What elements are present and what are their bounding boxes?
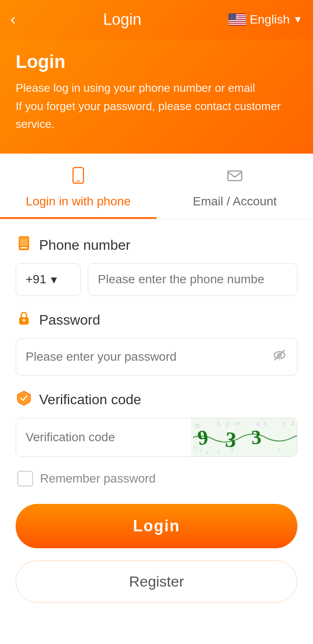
password-field-icon <box>16 310 32 330</box>
verification-field-icon <box>16 389 32 410</box>
remember-password-row: Remember password <box>16 471 297 486</box>
toggle-password-visibility[interactable] <box>272 347 287 366</box>
remember-password-checkbox[interactable] <box>17 471 33 486</box>
app-header: ‹ Login ★ ★ ★ ★ ★ ★ ★ ★ ★ ★ ★ ★ ★ ★ ★ ★ … <box>0 0 313 39</box>
country-code-selector[interactable]: +91 ▾ <box>16 263 81 296</box>
password-field-section: Password <box>16 310 297 376</box>
phone-number-input[interactable] <box>88 263 297 296</box>
banner-line1: Please log in using your phone number or… <box>16 79 297 134</box>
svg-text:5: 5 <box>278 447 281 453</box>
language-label: English <box>250 13 290 27</box>
login-button[interactable]: Login <box>16 504 297 548</box>
svg-text:u: u <box>295 449 297 455</box>
svg-text:3: 3 <box>250 426 262 448</box>
phone-tab-label: Login in with phone <box>26 195 130 208</box>
svg-rect-13 <box>77 181 80 181</box>
country-code-value: +91 <box>26 272 47 286</box>
login-form: Phone number +91 ▾ Password <box>0 219 313 637</box>
phone-tab-icon <box>69 166 88 189</box>
login-tabs: Login in with phone Email / Account <box>0 154 313 219</box>
svg-text:3: 3 <box>193 444 196 451</box>
phone-field-label: Phone number <box>39 237 130 253</box>
password-input-wrapper <box>16 338 297 376</box>
page-title: Login <box>103 10 141 29</box>
svg-text:q4: q4 <box>234 420 240 426</box>
verification-code-input[interactable] <box>16 418 191 456</box>
svg-text:f: f <box>282 422 286 428</box>
svg-text:★ ★ ★ ★ ★: ★ ★ ★ ★ ★ <box>230 18 238 20</box>
svg-text:u: u <box>217 448 220 454</box>
svg-text:b: b <box>217 420 220 427</box>
phone-field-section: Phone number +91 ▾ <box>16 235 297 296</box>
svg-text:s: s <box>206 449 209 455</box>
verification-field-label: Verification code <box>39 392 141 408</box>
country-code-arrow: ▾ <box>51 272 57 287</box>
remember-password-label: Remember password <box>40 472 156 486</box>
tab-email-login[interactable]: Email / Account <box>156 154 313 219</box>
register-button[interactable]: Register <box>16 560 297 603</box>
phone-field-icon <box>16 235 32 255</box>
svg-text:4: 4 <box>291 420 295 428</box>
email-tab-label: Email / Account <box>193 195 277 208</box>
password-input[interactable] <box>26 350 272 364</box>
svg-rect-5 <box>229 22 246 23</box>
svg-rect-17 <box>20 238 28 246</box>
password-field-label: Password <box>39 312 100 328</box>
svg-rect-16 <box>20 247 27 248</box>
verification-input-row: m b 8 q4 a_h f 4 z 3 r s u g 5 u 9 <box>16 418 297 457</box>
verification-field-section: Verification code m b 8 q4 a_h f 4 z 3 r <box>16 389 297 457</box>
captcha-image[interactable]: m b 8 q4 a_h f 4 z 3 r s u g 5 u 9 <box>191 418 297 456</box>
us-flag-icon: ★ ★ ★ ★ ★ ★ ★ ★ ★ ★ ★ ★ ★ ★ ★ ★ ★ ★ ★ ★ … <box>229 13 246 26</box>
login-banner: Login Please log in using your phone num… <box>0 39 313 154</box>
banner-title: Login <box>16 51 297 72</box>
tab-phone-login[interactable]: Login in with phone <box>0 154 156 219</box>
phone-input-row: +91 ▾ <box>16 263 297 296</box>
back-button[interactable]: ‹ <box>10 12 16 27</box>
svg-rect-4 <box>229 20 246 21</box>
language-dropdown-arrow: ▼ <box>293 14 303 25</box>
svg-point-19 <box>23 319 25 322</box>
svg-rect-6 <box>229 24 246 25</box>
bottom-social-icons <box>0 637 313 644</box>
language-selector[interactable]: ★ ★ ★ ★ ★ ★ ★ ★ ★ ★ ★ ★ ★ ★ ★ ★ ★ ★ ★ ★ … <box>229 13 303 27</box>
email-tab-icon <box>225 166 244 189</box>
svg-rect-14 <box>228 171 242 181</box>
